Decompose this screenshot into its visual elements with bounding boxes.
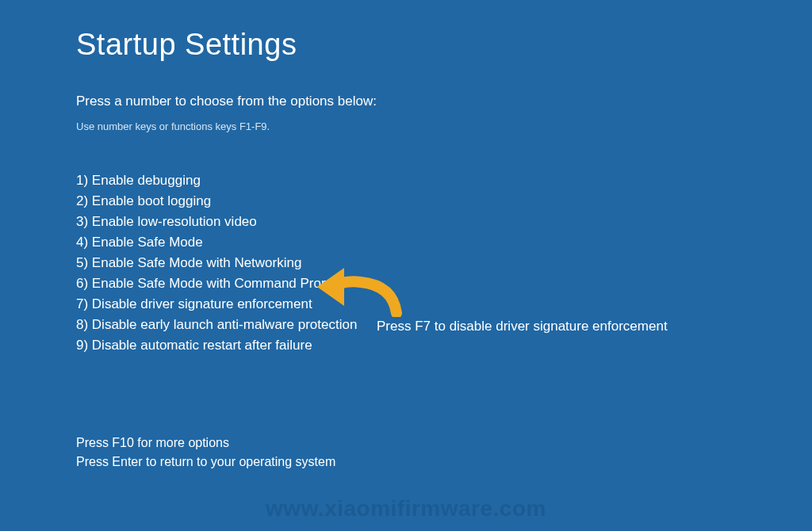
option-7[interactable]: 7) Disable driver signature enforcement [76, 294, 812, 315]
option-2[interactable]: 2) Enable boot logging [76, 191, 812, 212]
option-9[interactable]: 9) Disable automatic restart after failu… [76, 335, 812, 356]
hint-text: Use number keys or functions keys F1-F9. [76, 120, 812, 132]
footer-line-1: Press F10 for more options [76, 434, 812, 453]
option-1[interactable]: 1) Enable debugging [76, 170, 812, 191]
option-5[interactable]: 5) Enable Safe Mode with Networking [76, 253, 812, 273]
watermark-text: www.xiaomifirmware.com [266, 496, 546, 521]
instruction-text: Press a number to choose from the option… [76, 94, 812, 109]
option-6[interactable]: 6) Enable Safe Mode with Command Prompt [76, 273, 812, 294]
footer-line-2: Press Enter to return to your operating … [76, 453, 812, 472]
annotation-text: Press F7 to disable driver signature enf… [377, 319, 668, 334]
option-3[interactable]: 3) Enable low-resolution video [76, 212, 812, 232]
footer-instructions: Press F10 for more options Press Enter t… [76, 434, 812, 472]
page-title: Startup Settings [76, 28, 812, 62]
option-4[interactable]: 4) Enable Safe Mode [76, 232, 812, 253]
